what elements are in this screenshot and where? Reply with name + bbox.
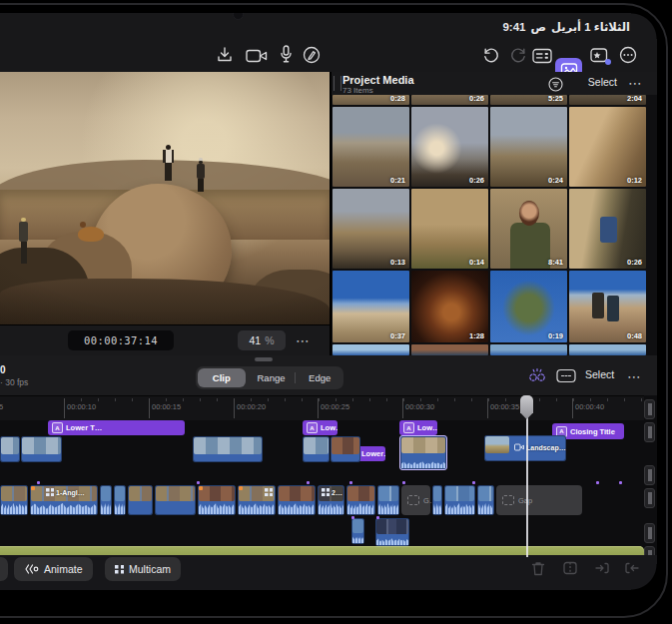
connected-clip[interactable]: [21, 436, 62, 462]
connected-clip[interactable]: [193, 436, 263, 462]
media-thumbnail[interactable]: 0:24: [490, 107, 567, 187]
edge-button-partial[interactable]: [0, 557, 8, 581]
gap-icon: [502, 495, 514, 505]
undo-icon[interactable]: [482, 46, 500, 64]
media-thumbnail[interactable]: 0:21: [333, 107, 409, 187]
media-thumbnail[interactable]: 8:41: [490, 189, 567, 269]
primary-clip[interactable]: [432, 485, 442, 515]
timecode-display[interactable]: 00:00:37:14: [68, 330, 174, 350]
multicam-button[interactable]: Multicam: [105, 557, 181, 581]
media-thumbnail[interactable]: 0:26: [411, 107, 488, 187]
primary-clip[interactable]: [377, 485, 399, 515]
blade-icon[interactable]: [562, 560, 578, 576]
media-thumbnail[interactable]: 0:26: [411, 95, 488, 105]
animate-button[interactable]: Animate: [14, 557, 93, 581]
title-clip[interactable]: A Lower T…: [48, 420, 185, 435]
primary-clip[interactable]: [114, 485, 126, 515]
media-thumbnail[interactable]: [569, 344, 646, 355]
drag-handle[interactable]: [255, 357, 273, 361]
minor-ticks: [64, 398, 644, 401]
connected-clip[interactable]: [0, 436, 20, 462]
media-thumbnail[interactable]: 1:28: [411, 271, 488, 342]
primary-clip[interactable]: [155, 485, 196, 515]
media-thumbnail[interactable]: 0:19: [490, 271, 567, 342]
connected-clip[interactable]: [351, 518, 364, 544]
selected-connected-clip[interactable]: [399, 435, 447, 470]
browser-list-icon[interactable]: [532, 48, 552, 64]
primary-clip[interactable]: [100, 485, 112, 515]
connected-clip-landscape[interactable]: Landscap…: [484, 435, 566, 461]
multicam-label: Multicam: [129, 563, 171, 575]
orange-marker[interactable]: [199, 486, 203, 490]
music-audio-clip[interactable]: [0, 546, 644, 555]
redo-icon[interactable]: [509, 46, 527, 64]
media-thumbnail[interactable]: 2:04: [569, 95, 646, 105]
camera-icon[interactable]: [246, 48, 269, 64]
media-thumbnail[interactable]: 5:25: [490, 95, 567, 105]
gap-clip[interactable]: G…: [401, 485, 430, 515]
media-thumbnail[interactable]: 0:48: [569, 271, 646, 342]
clip-overlay-icon[interactable]: [556, 368, 576, 383]
viewer-preview[interactable]: [0, 72, 330, 324]
primary-multicam-clip[interactable]: 1-Angl…: [30, 485, 98, 515]
media-thumbnail[interactable]: 0:12: [569, 107, 646, 187]
pencil-annotate-icon[interactable]: [303, 46, 321, 64]
media-more-icon[interactable]: ⋯: [628, 76, 643, 90]
insert-icon[interactable]: [594, 560, 610, 576]
import-icon[interactable]: [216, 46, 234, 64]
primary-clip[interactable]: [444, 485, 475, 515]
tab-range[interactable]: Range: [248, 368, 296, 387]
media-thumbnail[interactable]: [411, 344, 488, 355]
timeline-more-icon[interactable]: ⋯: [627, 369, 642, 383]
snapping-icon[interactable]: [527, 367, 547, 383]
clip-duration: 0:21: [390, 176, 405, 185]
viewer-more-icon[interactable]: ⋯: [296, 333, 311, 347]
gap-clip[interactable]: Gap: [496, 485, 582, 515]
primary-clip[interactable]: [128, 485, 153, 515]
title-clip[interactable]: A Low…: [303, 420, 337, 435]
filter-icon[interactable]: [548, 77, 563, 92]
connected-clip[interactable]: [375, 518, 409, 546]
delete-icon[interactable]: [530, 560, 546, 577]
timeline-ruler[interactable]: 00:00:05 00:00:10 00:00:15 00:00:20 00:0…: [0, 395, 644, 420]
lane-control[interactable]: [644, 488, 655, 508]
media-thumbnail[interactable]: 0:28: [333, 95, 409, 105]
media-thumbnail[interactable]: [333, 344, 409, 355]
connected-clip[interactable]: [303, 436, 330, 462]
primary-clip[interactable]: [346, 485, 375, 515]
lane-control[interactable]: [644, 422, 655, 442]
gap-icon: [407, 495, 419, 505]
connect-dot: [197, 481, 200, 484]
more-circle-icon[interactable]: [619, 46, 637, 64]
connect-dot: [619, 481, 622, 484]
timeline-select-button[interactable]: Select: [585, 368, 614, 380]
effects-icon[interactable]: [589, 47, 609, 64]
primary-clip[interactable]: [0, 485, 28, 515]
zoom-control[interactable]: 41 %: [238, 330, 286, 350]
primary-multicam-clip[interactable]: [238, 485, 276, 515]
primary-clip[interactable]: [198, 485, 236, 515]
clip-duration: 0:28: [390, 95, 405, 103]
lane-control[interactable]: [644, 465, 655, 485]
media-thumbnail[interactable]: 0:26: [569, 189, 646, 269]
panel-grab-handle[interactable]: [334, 76, 341, 91]
tab-edge[interactable]: Edge: [296, 368, 343, 387]
media-thumbnail[interactable]: [490, 344, 567, 355]
multicam-icon: [115, 565, 124, 574]
media-thumbnail[interactable]: 0:37: [333, 271, 409, 342]
orange-marker[interactable]: [31, 486, 35, 490]
media-thumbnail[interactable]: 0:14: [411, 189, 488, 269]
orange-marker[interactable]: [239, 486, 243, 490]
title-clip[interactable]: A Low…: [399, 420, 437, 435]
primary-multicam-clip[interactable]: 2…: [318, 485, 344, 515]
tab-clip[interactable]: Clip: [198, 368, 246, 387]
microphone-icon[interactable]: [280, 45, 293, 64]
lane-control[interactable]: [644, 523, 655, 543]
primary-clip[interactable]: [278, 485, 316, 515]
status-meridiem: ص: [531, 20, 546, 34]
media-select-button[interactable]: Select: [588, 76, 617, 88]
connected-clip[interactable]: [331, 436, 360, 462]
lane-control[interactable]: [644, 399, 655, 419]
primary-clip[interactable]: [477, 485, 494, 515]
media-thumbnail[interactable]: 0:13: [333, 189, 409, 269]
